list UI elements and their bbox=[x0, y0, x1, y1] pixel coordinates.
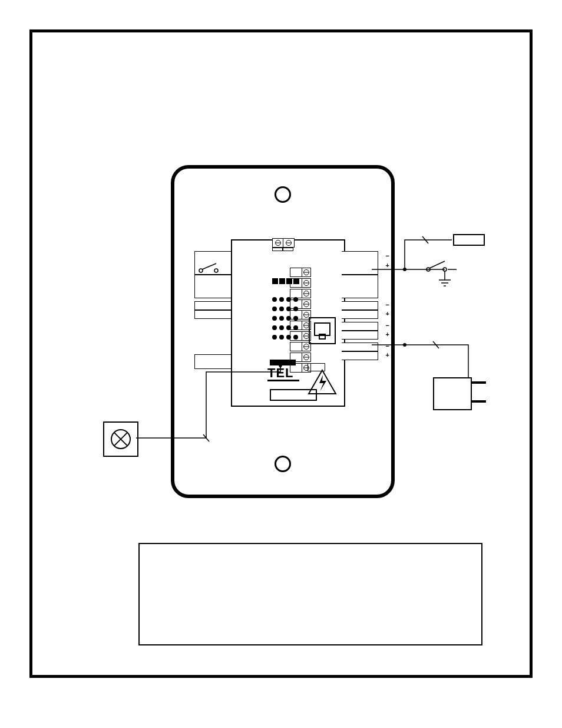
left-pad-2 bbox=[194, 275, 231, 298]
left-pad-3 bbox=[194, 301, 231, 310]
polarity-label: + bbox=[386, 262, 389, 269]
logo-underline bbox=[267, 380, 299, 381]
left-pad-4 bbox=[194, 310, 231, 319]
polarity-label: − bbox=[386, 343, 389, 350]
mount-hole-bottom bbox=[275, 456, 291, 472]
top-terminal-bar bbox=[272, 248, 293, 251]
polarity-label: − bbox=[386, 302, 389, 308]
mount-hole-top bbox=[275, 186, 291, 203]
right-pad-4: + bbox=[342, 310, 378, 319]
left-pad-5 bbox=[194, 354, 231, 369]
svg-point-9 bbox=[427, 268, 430, 271]
ac-prong bbox=[471, 381, 486, 384]
module-board: TEL bbox=[198, 245, 375, 398]
ac-adapter bbox=[433, 377, 472, 410]
right-pad-3: − bbox=[342, 301, 378, 310]
terminal-block bbox=[290, 268, 311, 374]
polarity-label: + bbox=[386, 311, 389, 317]
page-frame: TEL bbox=[29, 29, 533, 678]
polarity-label: − bbox=[386, 322, 389, 329]
polarity-label: − bbox=[386, 253, 389, 259]
svg-line-11 bbox=[429, 261, 445, 268]
right-pad-1: − + bbox=[342, 251, 378, 275]
shock-hazard-icon bbox=[308, 369, 337, 397]
rj-jack bbox=[309, 317, 336, 344]
logo-text: TEL bbox=[267, 365, 294, 381]
top-terminal bbox=[272, 238, 295, 248]
svg-line-19 bbox=[433, 341, 439, 348]
polarity-label: + bbox=[386, 352, 389, 358]
logo-bar bbox=[270, 360, 296, 365]
polarity-label: + bbox=[386, 331, 389, 338]
svg-line-7 bbox=[422, 236, 428, 243]
right-pad-8: + bbox=[342, 351, 378, 360]
left-pad-1 bbox=[194, 251, 231, 275]
svg-point-2 bbox=[214, 269, 218, 272]
module-inner: TEL bbox=[231, 239, 345, 407]
external-resistor bbox=[453, 234, 485, 246]
svg-point-10 bbox=[443, 268, 447, 271]
ac-prong bbox=[471, 400, 486, 403]
svg-point-18 bbox=[403, 343, 406, 347]
external-sensor bbox=[103, 421, 138, 457]
right-pad-2 bbox=[342, 275, 378, 298]
right-pad-6: + bbox=[342, 331, 378, 340]
right-pad-7: − bbox=[342, 342, 378, 351]
caption-box bbox=[138, 543, 482, 645]
switch-icon bbox=[199, 262, 222, 273]
right-pad-5: − bbox=[342, 322, 378, 331]
svg-point-6 bbox=[403, 268, 406, 271]
svg-line-3 bbox=[202, 263, 216, 269]
device-outline: TEL bbox=[171, 165, 395, 498]
